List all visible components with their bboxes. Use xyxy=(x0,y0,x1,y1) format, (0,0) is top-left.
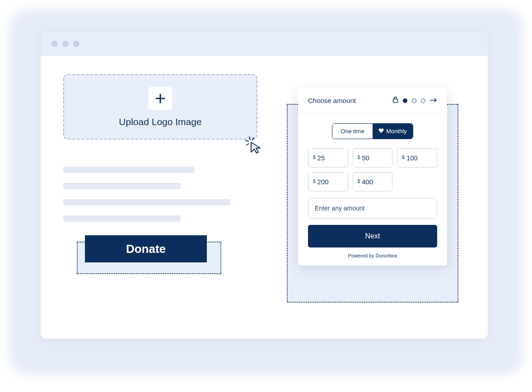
custom-amount-input[interactable] xyxy=(308,198,437,219)
amount-value: 25 xyxy=(317,154,325,162)
frequency-toggle: One time Monthly xyxy=(332,123,413,139)
upload-logo-dropzone[interactable]: Upload Logo Image xyxy=(63,74,257,140)
amount-value: 50 xyxy=(362,154,369,162)
amount-option-25[interactable]: $ 25 xyxy=(308,148,348,168)
currency-symbol: $ xyxy=(313,155,316,160)
widget-body: One time Monthly $ 25 $ 50 xyxy=(298,113,447,266)
amount-value: 200 xyxy=(317,178,329,186)
amount-option-50[interactable]: $ 50 xyxy=(353,148,393,168)
svg-line-1 xyxy=(246,140,248,141)
widget-title: Choose amount xyxy=(308,97,356,104)
next-button[interactable]: Next xyxy=(308,225,437,247)
skeleton-line xyxy=(63,183,181,189)
donation-widget: Choose amount One time xyxy=(298,88,447,266)
currency-symbol: $ xyxy=(313,179,316,184)
skeleton-line xyxy=(63,215,181,222)
svg-line-3 xyxy=(247,144,249,145)
frequency-monthly-label: Monthly xyxy=(386,128,407,135)
donate-button-editor: Donate xyxy=(77,235,221,272)
step-dot xyxy=(421,98,425,103)
cursor-click-icon xyxy=(245,136,262,156)
widget-header: Choose amount xyxy=(298,88,447,113)
skeleton-line xyxy=(63,199,230,205)
traffic-light-close[interactable] xyxy=(51,41,58,47)
amount-grid: $ 25 $ 50 $ 100 $ 200 $ 400 xyxy=(308,148,437,191)
lock-icon xyxy=(392,96,398,105)
amount-option-100[interactable]: $ 100 xyxy=(397,148,437,168)
step-dot-active xyxy=(403,98,407,103)
amount-option-400[interactable]: $ 400 xyxy=(353,172,393,191)
amount-value: 100 xyxy=(406,154,418,162)
powered-by-label: Powered by Donorbox xyxy=(308,253,437,258)
frequency-onetime-label: One time xyxy=(341,128,364,135)
arrow-right-icon xyxy=(430,97,437,105)
browser-window: Upload Logo Image xyxy=(41,32,488,339)
currency-symbol: $ xyxy=(358,155,360,160)
amount-option-200[interactable]: $ 200 xyxy=(308,172,348,191)
traffic-light-minimize[interactable] xyxy=(62,41,69,47)
frequency-monthly-button[interactable]: Monthly xyxy=(373,124,413,139)
svg-line-2 xyxy=(252,138,254,140)
donate-button[interactable]: Donate xyxy=(85,235,207,262)
currency-symbol: $ xyxy=(358,179,360,184)
browser-titlebar xyxy=(41,32,488,56)
svg-rect-4 xyxy=(393,99,398,103)
svg-line-0 xyxy=(249,137,250,140)
traffic-light-maximize[interactable] xyxy=(73,41,79,47)
amount-value: 400 xyxy=(362,178,373,186)
placeholder-text-block xyxy=(63,167,257,222)
widget-header-icons xyxy=(392,96,437,105)
plus-icon xyxy=(149,87,172,110)
skeleton-line xyxy=(63,167,194,173)
step-dot xyxy=(412,98,416,103)
page-editor-column: Upload Logo Image xyxy=(63,74,257,272)
heart-icon xyxy=(378,128,384,135)
currency-symbol: $ xyxy=(402,155,405,160)
frequency-onetime-button[interactable]: One time xyxy=(332,124,373,139)
upload-logo-label: Upload Logo Image xyxy=(119,117,201,127)
